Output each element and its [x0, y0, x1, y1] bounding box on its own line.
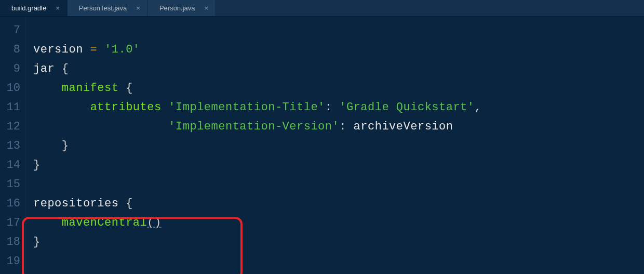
code-line: mavenCentral() — [33, 213, 644, 232]
editor: 7 8 9 10 11 12 13 14 15 16 17 18 19 vers… — [0, 17, 644, 274]
tab-person[interactable]: Person.java × — [148, 0, 216, 16]
close-icon[interactable]: × — [136, 5, 140, 11]
code-line: manifest { — [33, 79, 644, 98]
code-line: jar { — [33, 59, 644, 79]
code-line — [33, 252, 644, 271]
line-number: 10 — [0, 79, 25, 98]
code-line: attributes 'Implementation-Title': 'Grad… — [33, 98, 644, 117]
line-number: 16 — [0, 194, 25, 213]
code-line: version = '1.0' — [33, 40, 644, 59]
tab-label: Person.java — [159, 4, 195, 12]
code-line: } — [33, 232, 644, 252]
line-gutter: 7 8 9 10 11 12 13 14 15 16 17 18 19 — [0, 17, 26, 274]
line-number: 9 — [0, 59, 25, 79]
code-line: } — [33, 136, 644, 155]
line-number: 19 — [0, 252, 25, 271]
tab-build-gradle[interactable]: build.gradle × — [0, 0, 68, 16]
code-area[interactable]: version = '1.0' jar { manifest { attribu… — [26, 17, 644, 274]
close-icon[interactable]: × — [56, 5, 60, 11]
close-icon[interactable]: × — [205, 5, 209, 11]
line-number: 14 — [0, 155, 25, 175]
tab-label: build.gradle — [11, 4, 46, 12]
tab-bar: build.gradle × PersonTest.java × Person.… — [0, 0, 644, 17]
tab-persontest[interactable]: PersonTest.java × — [68, 0, 148, 16]
code-line — [33, 21, 644, 40]
line-number: 13 — [0, 136, 25, 155]
code-line: } — [33, 155, 644, 175]
code-line: repositories { — [33, 194, 644, 213]
line-number: 11 — [0, 98, 25, 117]
code-line: 'Implementation-Version': archiveVersion — [33, 117, 644, 136]
line-number: 8 — [0, 40, 25, 59]
tab-label: PersonTest.java — [79, 4, 127, 12]
line-number: 18 — [0, 232, 25, 252]
line-number: 7 — [0, 21, 25, 40]
code-line — [33, 175, 644, 194]
line-number: 12 — [0, 117, 25, 136]
line-number: 17 — [0, 213, 25, 232]
line-number: 15 — [0, 175, 25, 194]
